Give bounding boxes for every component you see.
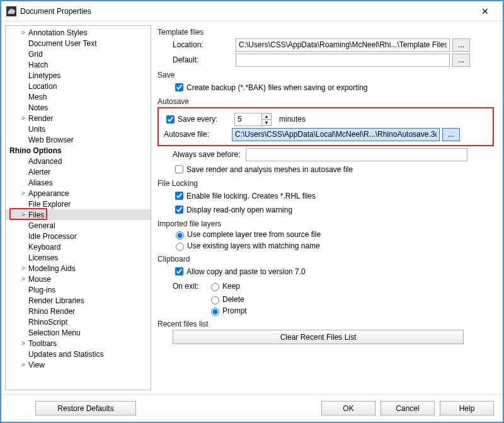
tree-item[interactable]: >RhinoScript bbox=[6, 316, 151, 327]
tree-item-label: Licenses bbox=[27, 253, 58, 262]
default-browse-button[interactable]: ... bbox=[452, 54, 470, 67]
clear-recent-button[interactable]: Clear Recent Files List bbox=[173, 330, 464, 344]
tree-item[interactable]: >Advanced bbox=[6, 156, 151, 166]
tree-item[interactable]: >Licenses bbox=[6, 252, 151, 263]
tree-item[interactable]: >Rhino Render bbox=[6, 306, 151, 316]
tree-item[interactable]: >Notes bbox=[6, 102, 151, 113]
ok-button[interactable]: OK bbox=[321, 401, 375, 415]
chevron-right-icon[interactable]: > bbox=[20, 190, 27, 197]
chevron-right-icon[interactable]: > bbox=[20, 275, 27, 282]
tree-item-label: Plug-ins bbox=[27, 286, 55, 294]
layers-existing-radio[interactable]: Use existing layers with matching name bbox=[173, 241, 494, 251]
save-meshes-input[interactable] bbox=[175, 165, 183, 173]
allow-copy-input[interactable] bbox=[175, 267, 183, 275]
tree-item-label: Appearance bbox=[27, 189, 69, 198]
tree-item[interactable]: >Units bbox=[6, 124, 151, 134]
layers-complete-radio[interactable]: Use complete layer tree from source file bbox=[173, 229, 494, 240]
readonly-warning-input[interactable] bbox=[175, 206, 183, 214]
tree-item[interactable]: >Annotation Styles bbox=[6, 27, 151, 38]
tree-item[interactable]: >Linetypes bbox=[6, 70, 151, 81]
nav-tree[interactable]: >Annotation Styles>Document User Text>Gr… bbox=[5, 25, 151, 390]
enable-locking-input[interactable] bbox=[175, 192, 183, 200]
tree-item[interactable]: >General bbox=[6, 220, 151, 231]
save-every-input[interactable] bbox=[234, 113, 262, 126]
tree-item[interactable]: >Selection Menu bbox=[6, 327, 151, 338]
chevron-right-icon[interactable]: > bbox=[20, 115, 27, 122]
tree-item[interactable]: >Aliases bbox=[6, 177, 151, 188]
tree-item[interactable]: >Modeling Aids bbox=[6, 263, 151, 274]
tree-item[interactable]: >Appearance bbox=[6, 188, 151, 199]
onexit-prompt-radio[interactable]: Prompt bbox=[208, 306, 494, 316]
layers-existing-label: Use existing layers with matching name bbox=[187, 241, 320, 250]
tree-item-label: Alerter bbox=[27, 168, 50, 177]
always-save-input[interactable] bbox=[246, 148, 467, 161]
tree-item[interactable]: >Mesh bbox=[6, 91, 151, 102]
tree-item[interactable]: >Hatch bbox=[6, 59, 151, 70]
tree-item[interactable]: >Location bbox=[6, 81, 151, 91]
tree-item[interactable]: >Mouse bbox=[6, 274, 151, 284]
readonly-warning-checkbox[interactable]: Display read-only open warning bbox=[173, 204, 494, 216]
onexit-prompt-input[interactable] bbox=[211, 308, 219, 316]
tree-item[interactable]: >Web Browser bbox=[6, 134, 151, 145]
location-input[interactable] bbox=[236, 38, 450, 52]
autosave-browse-button[interactable]: ... bbox=[442, 128, 460, 141]
tree-item-label: Location bbox=[27, 82, 57, 91]
autosave-highlight: Save every: ▲▼ minutes Autosave file: ..… bbox=[158, 107, 494, 146]
tree-item[interactable]: >Idle Processor bbox=[6, 231, 151, 241]
tree-item[interactable]: >View bbox=[6, 359, 151, 370]
create-backup-input[interactable] bbox=[175, 83, 183, 91]
cancel-button[interactable]: Cancel bbox=[381, 401, 435, 415]
location-browse-button[interactable]: ... bbox=[452, 38, 470, 52]
tree-item-label: View bbox=[27, 361, 45, 369]
tree-item-label: Advanced bbox=[27, 157, 62, 166]
chevron-right-icon[interactable]: > bbox=[20, 211, 27, 218]
create-backup-checkbox[interactable]: Create backup (*.*BAK) files when saving… bbox=[173, 81, 494, 93]
tree-item-label: Notes bbox=[27, 103, 48, 112]
location-label: Location: bbox=[173, 40, 236, 49]
tree-item[interactable]: >File Explorer bbox=[6, 199, 151, 209]
layers-existing-input[interactable] bbox=[176, 243, 184, 251]
close-button[interactable]: ✕ bbox=[472, 6, 498, 16]
enable-locking-label: Enable file locking. Creates *.RHL files bbox=[186, 192, 316, 200]
enable-locking-checkbox[interactable]: Enable file locking. Creates *.RHL files bbox=[173, 190, 494, 202]
tree-item[interactable]: >Render Libraries bbox=[6, 295, 151, 306]
save-meshes-checkbox[interactable]: Save render and analysis meshes in autos… bbox=[173, 163, 494, 175]
layers-complete-input[interactable] bbox=[176, 231, 184, 240]
restore-defaults-button[interactable]: Restore Defaults bbox=[35, 401, 136, 415]
tree-item[interactable]: >Toolbars bbox=[6, 338, 151, 349]
tree-item[interactable]: >Document User Text bbox=[6, 38, 151, 49]
layers-complete-label: Use complete layer tree from source file bbox=[187, 230, 321, 239]
chevron-right-icon[interactable]: > bbox=[20, 340, 27, 347]
chevron-right-icon[interactable]: > bbox=[20, 361, 27, 368]
tree-item[interactable]: >Files bbox=[6, 209, 151, 220]
save-every-spinner[interactable]: ▲▼ bbox=[261, 113, 272, 126]
onexit-delete-input[interactable] bbox=[211, 296, 219, 304]
onexit-prompt-label: Prompt bbox=[222, 306, 247, 315]
tree-item[interactable]: >Plug-ins bbox=[6, 284, 151, 295]
save-meshes-label: Save render and analysis meshes in autos… bbox=[186, 165, 353, 174]
tree-item[interactable]: >Keyboard bbox=[6, 241, 151, 252]
autosave-file-input[interactable] bbox=[232, 128, 440, 141]
tree-item[interactable]: >Render bbox=[6, 113, 151, 124]
clipboard-heading: Clipboard bbox=[158, 255, 494, 264]
default-input[interactable] bbox=[236, 54, 450, 67]
minutes-label: minutes bbox=[279, 115, 306, 124]
allow-copy-checkbox[interactable]: Allow copy and paste to version 7.0 bbox=[173, 265, 494, 277]
onexit-delete-radio[interactable]: Delete bbox=[208, 294, 494, 304]
tree-item[interactable]: >Updates and Statistics bbox=[6, 349, 151, 359]
spin-down-icon[interactable]: ▼ bbox=[262, 120, 271, 125]
tree-item-label: Document User Text bbox=[27, 39, 97, 48]
tree-item[interactable]: >Grid bbox=[6, 49, 151, 59]
tree-item-label: Annotation Styles bbox=[27, 28, 87, 37]
help-button[interactable]: Help bbox=[440, 401, 494, 415]
always-save-label: Always save before: bbox=[173, 150, 246, 159]
readonly-warning-label: Display read-only open warning bbox=[186, 206, 292, 214]
onexit-keep-input[interactable] bbox=[211, 283, 219, 291]
tree-item[interactable]: >Alerter bbox=[6, 166, 151, 177]
chevron-right-icon[interactable]: > bbox=[20, 29, 27, 36]
autosave-heading: Autosave bbox=[158, 97, 494, 106]
chevron-right-icon[interactable]: > bbox=[20, 265, 27, 272]
onexit-keep-radio[interactable]: Keep bbox=[208, 281, 240, 291]
save-every-checkbox[interactable] bbox=[166, 115, 175, 124]
spin-up-icon[interactable]: ▲ bbox=[262, 113, 271, 120]
